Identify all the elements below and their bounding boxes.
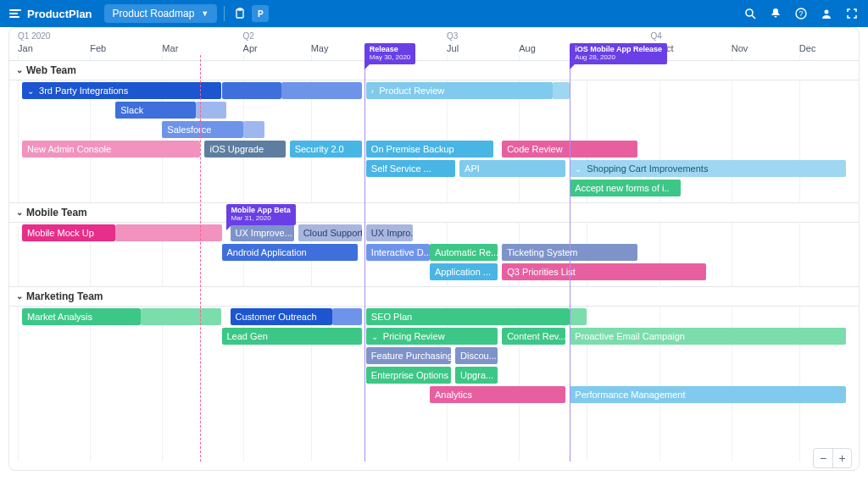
- bar-label: Content Rev...: [507, 331, 565, 341]
- roadmap-dropdown[interactable]: Product Roadmap ▼: [104, 4, 218, 23]
- zoom-in-button[interactable]: +: [832, 449, 851, 467]
- svg-point-9: [825, 10, 829, 14]
- milestone-flag[interactable]: iOS Mobile App ReleaseAug 28, 2020: [570, 43, 667, 64]
- roadmap-bar[interactable]: New Admin Console: [22, 141, 200, 158]
- roadmap-bar[interactable]: Mobile Mock Up: [22, 224, 115, 241]
- roadmap-bar[interactable]: [141, 308, 221, 325]
- zoom-out-button[interactable]: −: [814, 449, 832, 467]
- roadmap-bar[interactable]: ›Product Review: [366, 82, 553, 99]
- bar-label: SEO Plan: [371, 312, 412, 322]
- chevron-down-icon: ⌄: [27, 86, 34, 96]
- bar-label: Mobile Mock Up: [27, 228, 94, 238]
- roadmap-bar[interactable]: Market Analysis: [22, 308, 141, 325]
- roadmap-bar[interactable]: Salesforce: [162, 121, 242, 138]
- lane-body: Mobile Mock UpUX Improve...Cloud Support…: [9, 223, 859, 286]
- roadmap-bar[interactable]: Enterprise Options: [366, 367, 451, 384]
- roadmap-bar[interactable]: Analytics: [430, 386, 565, 403]
- today-line: [200, 55, 201, 462]
- roadmap-bar[interactable]: Slack: [115, 102, 196, 119]
- chevron-down-icon: ⌄: [16, 207, 23, 217]
- fullscreen-icon[interactable]: [844, 6, 860, 21]
- milestone-flag[interactable]: Mobile App BetaMar 31, 2020: [226, 204, 296, 225]
- topbar-right: ?: [743, 6, 860, 21]
- lane-row: Feature PurchasingDiscou...: [9, 346, 859, 365]
- bar-label: Automatic Re...: [435, 247, 498, 257]
- roadmap-bar[interactable]: UX Improve...: [231, 224, 294, 241]
- roadmap-bar[interactable]: ⌄3rd Party Integrations: [22, 82, 221, 99]
- bar-label: Ticketing System: [507, 247, 577, 257]
- roadmap-bar[interactable]: Content Rev...: [502, 328, 565, 345]
- bar-label: Application ...: [435, 267, 491, 277]
- roadmap-bar[interactable]: On Premise Backup: [366, 141, 493, 158]
- roadmap-bar[interactable]: UX Impro...: [366, 224, 413, 241]
- bar-label: Android Application: [227, 247, 307, 257]
- milestone-flag[interactable]: ReleaseMay 30, 2020: [364, 43, 415, 64]
- roadmap-label: Product Roadmap: [113, 8, 195, 19]
- roadmap-bar[interactable]: Performance Management: [570, 386, 846, 403]
- roadmap-bar[interactable]: Automatic Re...: [430, 244, 498, 261]
- help-icon[interactable]: ?: [793, 6, 809, 21]
- user-icon[interactable]: [819, 6, 834, 21]
- lane-header[interactable]: ⌄Mobile Team: [9, 202, 859, 223]
- roadmap-bar[interactable]: Self Service ...: [366, 160, 455, 177]
- roadmap-bar[interactable]: Cloud Support: [298, 224, 362, 241]
- bar-label: Lead Gen: [227, 331, 268, 341]
- brand-label: ProductPlan: [27, 8, 92, 20]
- svg-line-6: [752, 15, 755, 19]
- lane-header[interactable]: ⌄Web Team: [9, 60, 859, 80]
- roadmap-bar[interactable]: Accept new forms of i..: [570, 180, 680, 196]
- bell-icon[interactable]: [768, 6, 783, 21]
- roadmap-bar[interactable]: Android Application: [222, 244, 358, 261]
- parking-icon[interactable]: P: [252, 5, 269, 22]
- roadmap-bar[interactable]: Discou...: [455, 347, 498, 364]
- svg-rect-2: [9, 16, 19, 18]
- roadmap-bar[interactable]: Customer Outreach: [231, 308, 332, 325]
- roadmap-bar[interactable]: ⌄Shopping Cart Improvements: [570, 160, 846, 177]
- brand-icon: [8, 7, 22, 20]
- bar-label: 3rd Party Integrations: [39, 86, 128, 96]
- lane-row: Slack: [9, 100, 859, 119]
- roadmap-bar[interactable]: [222, 82, 281, 99]
- month-tick: Apr: [243, 43, 258, 53]
- chevron-down-icon: ⌄: [371, 332, 378, 341]
- roadmap-bar[interactable]: [281, 82, 362, 99]
- bar-label: Customer Outreach: [236, 312, 317, 322]
- search-icon[interactable]: [743, 6, 758, 21]
- roadmap-bar[interactable]: Upgra...: [455, 367, 498, 384]
- roadmap-bar[interactable]: ⌄Pricing Review: [366, 328, 498, 345]
- roadmap-bar[interactable]: Q3 Priorities List: [502, 263, 705, 280]
- lane-row: Android ApplicationInteractive D...Autom…: [9, 242, 859, 262]
- milestone-line: [364, 60, 365, 462]
- clipboard-icon[interactable]: [231, 5, 248, 22]
- bar-label: Enterprise Options: [371, 370, 448, 380]
- zoom-controls: − +: [813, 448, 852, 468]
- svg-rect-4: [238, 8, 242, 10]
- chevron-down-icon: ⌄: [575, 164, 581, 174]
- svg-point-5: [746, 9, 753, 16]
- bar-label: Interactive D...: [371, 247, 430, 257]
- bar-label: Discou...: [460, 351, 497, 361]
- lane-row: AnalyticsPerformance Management: [9, 384, 859, 404]
- roadmap-bar[interactable]: API: [459, 160, 565, 177]
- lane-header[interactable]: ⌄Marketing Team: [9, 286, 859, 307]
- bar-label: Market Analysis: [27, 312, 92, 322]
- bar-label: Feature Purchasing: [371, 351, 451, 361]
- roadmap-bar[interactable]: [243, 121, 264, 138]
- roadmap-bar[interactable]: Application ...: [430, 263, 498, 280]
- roadmap-bar[interactable]: Feature Purchasing: [366, 347, 451, 364]
- roadmap-bar[interactable]: [332, 308, 362, 325]
- roadmap-bar[interactable]: iOS Upgrade: [204, 141, 285, 158]
- roadmap-bar[interactable]: SEO Plan: [366, 308, 570, 325]
- roadmap-bar[interactable]: [115, 224, 221, 241]
- roadmap-bar[interactable]: Security 2.0: [290, 141, 362, 158]
- roadmap-bar[interactable]: [553, 82, 570, 99]
- roadmap-bar[interactable]: Lead Gen: [222, 328, 362, 345]
- bar-label: Security 2.0: [295, 144, 344, 154]
- roadmap-bar[interactable]: Proactive Email Campaign: [570, 328, 846, 345]
- roadmap-bar[interactable]: [570, 308, 587, 325]
- bar-label: Shopping Cart Improvements: [587, 163, 708, 174]
- bar-label: Slack: [120, 105, 143, 115]
- roadmap-bar[interactable]: Interactive D...: [366, 244, 430, 261]
- chevron-down-icon: ⌄: [16, 65, 23, 75]
- lane-row: Accept new forms of i..: [9, 178, 859, 197]
